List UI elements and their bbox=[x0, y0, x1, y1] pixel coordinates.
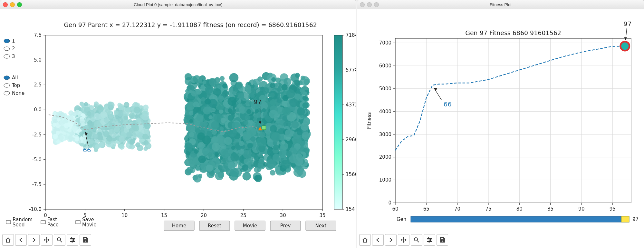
reset-button[interactable]: Reset bbox=[199, 221, 230, 231]
svg-text:20: 20 bbox=[201, 213, 207, 218]
svg-point-1907 bbox=[259, 154, 263, 158]
close-icon[interactable] bbox=[360, 2, 365, 7]
svg-text:3: 3 bbox=[12, 54, 15, 59]
svg-point-2324 bbox=[303, 96, 307, 100]
svg-text:-5.0: -5.0 bbox=[32, 157, 42, 163]
minimize-icon[interactable] bbox=[367, 2, 372, 7]
grid bbox=[395, 38, 631, 203]
zoom-icon[interactable] bbox=[54, 234, 65, 246]
svg-rect-2664 bbox=[6, 221, 11, 224]
svg-point-2170 bbox=[198, 79, 203, 84]
svg-point-2527 bbox=[236, 83, 242, 89]
svg-point-2600 bbox=[228, 162, 235, 169]
slider-value: 97 bbox=[632, 216, 639, 222]
zoom-icon[interactable] bbox=[17, 2, 22, 7]
svg-point-2528 bbox=[228, 149, 232, 153]
svg-point-2364 bbox=[202, 80, 206, 84]
check-random[interactable]: RandomSeed bbox=[6, 217, 33, 228]
svg-point-2619 bbox=[238, 93, 244, 100]
forward-icon[interactable] bbox=[385, 234, 397, 246]
svg-point-2221 bbox=[250, 93, 255, 98]
next-button[interactable]: Next bbox=[306, 221, 336, 231]
svg-point-2629 bbox=[79, 132, 83, 136]
check-save[interactable]: SaveMovie bbox=[76, 217, 96, 228]
svg-point-2182 bbox=[251, 153, 255, 157]
slider-handle[interactable] bbox=[621, 216, 629, 222]
svg-point-2493 bbox=[255, 175, 262, 182]
svg-point-2483 bbox=[270, 125, 277, 132]
fitness-plot-window: Fitness Plot 97Gen 97 Fitness 6860.91601… bbox=[357, 0, 644, 248]
svg-point-2131 bbox=[124, 102, 130, 108]
svg-point-2533 bbox=[244, 120, 248, 125]
window-titlebar[interactable]: Cloud Plot 0 (sample_data/mujoco/final_x… bbox=[0, 0, 356, 10]
config-icon[interactable] bbox=[67, 234, 78, 246]
svg-point-2576 bbox=[189, 111, 194, 115]
forward-icon[interactable] bbox=[28, 234, 40, 246]
save-icon[interactable] bbox=[80, 234, 91, 246]
home-button[interactable]: Home bbox=[164, 221, 194, 231]
svg-point-2351 bbox=[228, 88, 233, 93]
window-titlebar[interactable]: Fitness Plot bbox=[357, 0, 644, 10]
svg-point-2550 bbox=[258, 159, 264, 164]
home-icon[interactable] bbox=[359, 234, 371, 246]
svg-text:65: 65 bbox=[423, 206, 429, 212]
svg-point-2570 bbox=[228, 115, 234, 121]
svg-point-2198 bbox=[300, 88, 304, 93]
svg-point-2621 bbox=[80, 119, 85, 124]
svg-point-1047 bbox=[229, 73, 239, 83]
pan-icon[interactable] bbox=[398, 234, 409, 246]
svg-point-2536 bbox=[230, 168, 239, 177]
save-icon[interactable] bbox=[437, 234, 448, 246]
minimize-icon[interactable] bbox=[10, 2, 15, 7]
svg-point-2551 bbox=[263, 87, 269, 94]
movie-button[interactable]: Movie bbox=[235, 221, 265, 231]
pan-icon[interactable] bbox=[41, 234, 53, 246]
radio-filter-option-none[interactable]: None bbox=[4, 90, 24, 96]
svg-point-2637 bbox=[95, 144, 100, 149]
svg-point-2257 bbox=[137, 145, 143, 151]
svg-point-2469 bbox=[108, 102, 115, 109]
svg-point-2415 bbox=[144, 130, 148, 134]
gen-slider[interactable]: Gen97 bbox=[397, 216, 639, 222]
svg-text:70: 70 bbox=[454, 206, 460, 212]
svg-point-1916 bbox=[214, 168, 219, 174]
svg-point-2566 bbox=[134, 106, 140, 113]
svg-point-2494 bbox=[203, 106, 211, 114]
zoom-icon[interactable] bbox=[411, 234, 422, 246]
svg-text:7.5: 7.5 bbox=[34, 32, 42, 38]
check-fast[interactable]: FastPace bbox=[41, 217, 59, 228]
svg-point-2625 bbox=[230, 153, 239, 162]
svg-point-2587 bbox=[83, 138, 87, 142]
prev-button[interactable]: Prev bbox=[270, 221, 301, 231]
svg-text:3000: 3000 bbox=[379, 132, 391, 137]
home-icon[interactable] bbox=[2, 234, 14, 246]
svg-text:Home: Home bbox=[172, 223, 186, 229]
zoom-icon[interactable] bbox=[374, 2, 379, 7]
svg-point-2445 bbox=[189, 119, 193, 123]
svg-point-2056 bbox=[136, 117, 141, 123]
svg-point-2197 bbox=[301, 123, 309, 131]
cloud-plot-window: Cloud Plot 0 (sample_data/mujoco/final_x… bbox=[0, 0, 356, 248]
svg-point-411 bbox=[242, 172, 251, 180]
svg-text:7000: 7000 bbox=[379, 40, 391, 46]
svg-point-2737 bbox=[414, 238, 418, 241]
svg-point-2632 bbox=[221, 118, 226, 123]
back-icon[interactable] bbox=[15, 234, 27, 246]
cloud-plot-svg: Gen 97 Parent x = 27.122312 y = -1.91108… bbox=[0, 9, 356, 233]
svg-point-2560 bbox=[256, 137, 266, 146]
back-icon[interactable] bbox=[372, 234, 384, 246]
svg-point-2274 bbox=[107, 136, 112, 142]
svg-point-2612 bbox=[52, 123, 56, 127]
svg-text:-10.0: -10.0 bbox=[29, 206, 42, 212]
svg-point-1268 bbox=[84, 102, 88, 106]
close-icon[interactable] bbox=[3, 2, 8, 7]
svg-text:0: 0 bbox=[388, 200, 391, 206]
svg-point-830 bbox=[270, 170, 275, 175]
svg-point-2643 bbox=[211, 121, 219, 129]
svg-point-2581 bbox=[297, 130, 303, 135]
svg-text:Reset: Reset bbox=[208, 223, 221, 229]
svg-text:-7.5: -7.5 bbox=[32, 182, 42, 187]
config-icon[interactable] bbox=[424, 234, 435, 246]
radio-filter-option-top[interactable]: Top bbox=[4, 83, 20, 88]
window-title: Fitness Plot bbox=[490, 2, 512, 7]
